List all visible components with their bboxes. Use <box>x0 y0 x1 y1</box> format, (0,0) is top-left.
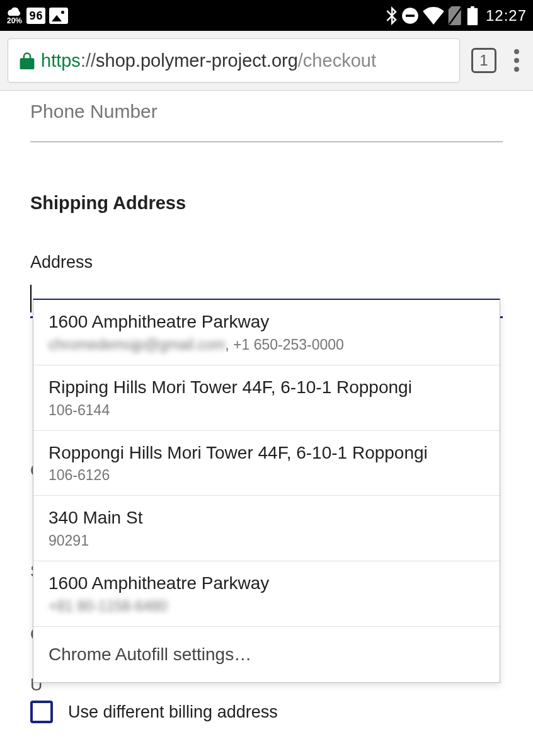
gallery-icon <box>49 8 68 24</box>
autofill-suggestion[interactable]: Ripping Hills Mori Tower 44F, 6-10-1 Rop… <box>33 365 500 431</box>
wifi-icon <box>423 7 444 25</box>
autofill-settings-link[interactable]: Chrome Autofill settings… <box>33 627 500 682</box>
autofill-secondary-blur: chromedemojp@gmail.com <box>49 336 225 353</box>
battery-percent-badge: 96 <box>26 8 45 24</box>
billing-checkbox[interactable] <box>30 701 53 723</box>
autofill-primary: Roppongi Hills Mori Tower 44F, 6-10-1 Ro… <box>49 441 484 465</box>
address-bar[interactable]: https://shop.polymer-project.org/checkou… <box>8 38 460 83</box>
autofill-primary: Ripping Hills Mori Tower 44F, 6-10-1 Rop… <box>49 375 484 399</box>
autofill-secondary: 90291 <box>49 532 484 549</box>
kebab-dot-icon <box>514 58 519 63</box>
autofill-suggestion[interactable]: 340 Main St 90291 <box>33 496 500 561</box>
clock-time: 12:27 <box>486 7 527 25</box>
url-host: shop.polymer-project.org <box>96 50 298 71</box>
autofill-primary: 1600 Amphitheatre Parkway <box>49 571 484 595</box>
kebab-dot-icon <box>514 67 519 72</box>
autofill-suggestion[interactable]: 1600 Amphitheatre Parkway +81 80-1158-64… <box>33 561 500 627</box>
autofill-primary: 340 Main St <box>49 506 484 530</box>
autofill-primary: 1600 Amphitheatre Parkway <box>49 310 484 334</box>
lock-icon <box>20 52 35 69</box>
menu-button[interactable] <box>508 49 525 72</box>
autofill-secondary-plain: , +1 650-253-0000 <box>225 336 344 353</box>
tab-switcher-button[interactable]: 1 <box>471 48 496 73</box>
url-separator: :// <box>81 50 96 71</box>
status-right: 12:27 <box>385 6 527 25</box>
autofill-suggestion[interactable]: Roppongi Hills Mori Tower 44F, 6-10-1 Ro… <box>33 431 500 496</box>
phone-underline <box>30 141 503 142</box>
cloud-percent: 20% <box>7 17 22 25</box>
status-left: 20% 96 <box>6 7 68 25</box>
do-not-disturb-icon <box>401 7 419 25</box>
svg-rect-1 <box>406 14 415 17</box>
phone-number-field[interactable]: Phone Number <box>30 101 503 122</box>
checkout-page: Phone Number Shipping Address Address C … <box>0 91 533 318</box>
autofill-secondary: 106-6144 <box>49 402 484 419</box>
browser-toolbar: https://shop.polymer-project.org/checkou… <box>0 31 533 91</box>
no-sim-icon <box>448 6 463 25</box>
url-path: /checkout <box>298 50 376 71</box>
url-scheme: https <box>41 50 81 71</box>
cloud-upload-icon: 20% <box>6 7 23 25</box>
text-caret <box>30 285 32 312</box>
autofill-suggestion[interactable]: 1600 Amphitheatre Parkway chromedemojp@g… <box>33 300 500 365</box>
shipping-address-heading: Shipping Address <box>30 193 503 214</box>
autofill-secondary: chromedemojp@gmail.com, +1 650-253-0000 <box>49 336 484 353</box>
billing-checkbox-row[interactable]: Use different billing address <box>30 701 278 723</box>
billing-checkbox-label: Use different billing address <box>68 702 278 722</box>
autofill-dropdown: 1600 Amphitheatre Parkway chromedemojp@g… <box>33 299 500 683</box>
autofill-secondary: 106-6126 <box>49 467 484 484</box>
android-status-bar: 20% 96 12:27 <box>0 0 533 31</box>
kebab-dot-icon <box>514 49 519 54</box>
address-label: Address <box>30 253 503 272</box>
autofill-secondary: +81 80-1158-6480 <box>49 598 484 615</box>
autofill-secondary-blur: +81 80-1158-6480 <box>49 598 168 615</box>
battery-icon <box>467 6 478 25</box>
bluetooth-icon <box>385 6 398 25</box>
